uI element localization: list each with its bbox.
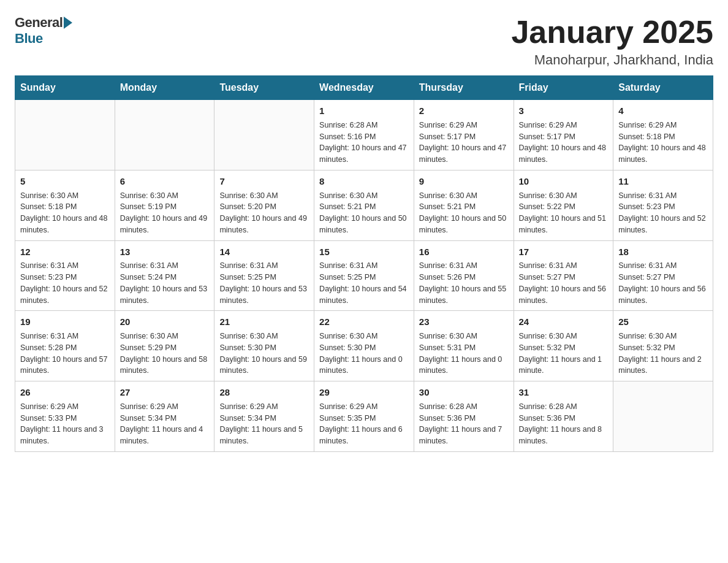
calendar-week-row: 26Sunrise: 6:29 AMSunset: 5:33 PMDayligh… — [15, 381, 713, 452]
calendar-cell: 21Sunrise: 6:30 AMSunset: 5:30 PMDayligh… — [214, 311, 314, 381]
day-info: Sunrise: 6:31 AMSunset: 5:25 PMDaylight:… — [219, 260, 309, 306]
page-header: General Blue January 2025 Manoharpur, Jh… — [15, 15, 713, 68]
calendar-cell: 11Sunrise: 6:31 AMSunset: 5:23 PMDayligh… — [613, 170, 713, 240]
day-number: 8 — [319, 175, 409, 188]
calendar-week-row: 1Sunrise: 6:28 AMSunset: 5:16 PMDaylight… — [15, 100, 713, 170]
day-number: 26 — [20, 386, 110, 399]
calendar-cell: 5Sunrise: 6:30 AMSunset: 5:18 PMDaylight… — [15, 170, 115, 240]
calendar-cell: 7Sunrise: 6:30 AMSunset: 5:20 PMDaylight… — [214, 170, 314, 240]
col-header-monday: Monday — [115, 76, 214, 100]
calendar-cell: 29Sunrise: 6:29 AMSunset: 5:35 PMDayligh… — [314, 381, 414, 452]
col-header-tuesday: Tuesday — [214, 76, 314, 100]
day-info: Sunrise: 6:28 AMSunset: 5:16 PMDaylight:… — [319, 120, 409, 166]
calendar-cell: 25Sunrise: 6:30 AMSunset: 5:32 PMDayligh… — [613, 311, 713, 381]
col-header-saturday: Saturday — [613, 76, 713, 100]
calendar-week-row: 5Sunrise: 6:30 AMSunset: 5:18 PMDaylight… — [15, 170, 713, 240]
day-number: 25 — [618, 315, 708, 329]
day-info: Sunrise: 6:30 AMSunset: 5:31 PMDaylight:… — [419, 331, 509, 377]
calendar-title: January 2025 — [511, 15, 713, 50]
day-info: Sunrise: 6:29 AMSunset: 5:35 PMDaylight:… — [319, 401, 409, 447]
day-number: 6 — [120, 175, 210, 188]
calendar-cell: 6Sunrise: 6:30 AMSunset: 5:19 PMDaylight… — [115, 170, 214, 240]
day-number: 5 — [20, 175, 110, 188]
day-number: 22 — [319, 315, 409, 329]
day-info: Sunrise: 6:31 AMSunset: 5:24 PMDaylight:… — [120, 260, 210, 306]
day-info: Sunrise: 6:30 AMSunset: 5:19 PMDaylight:… — [120, 190, 210, 236]
calendar-cell: 31Sunrise: 6:28 AMSunset: 5:36 PMDayligh… — [514, 381, 613, 452]
col-header-wednesday: Wednesday — [314, 76, 414, 100]
day-info: Sunrise: 6:29 AMSunset: 5:18 PMDaylight:… — [618, 120, 708, 166]
calendar-cell: 10Sunrise: 6:30 AMSunset: 5:22 PMDayligh… — [514, 170, 613, 240]
logo-block: General Blue — [15, 15, 74, 47]
calendar-header-row: SundayMondayTuesdayWednesdayThursdayFrid… — [15, 76, 713, 100]
calendar-cell: 9Sunrise: 6:30 AMSunset: 5:21 PMDaylight… — [414, 170, 514, 240]
calendar-week-row: 19Sunrise: 6:31 AMSunset: 5:28 PMDayligh… — [15, 311, 713, 381]
day-number: 28 — [219, 386, 309, 399]
day-info: Sunrise: 6:30 AMSunset: 5:32 PMDaylight:… — [519, 331, 609, 377]
day-info: Sunrise: 6:30 AMSunset: 5:30 PMDaylight:… — [319, 331, 409, 377]
calendar-cell: 4Sunrise: 6:29 AMSunset: 5:18 PMDaylight… — [613, 100, 713, 170]
calendar-cell: 23Sunrise: 6:30 AMSunset: 5:31 PMDayligh… — [414, 311, 514, 381]
logo-blue-line: Blue — [15, 31, 74, 47]
day-number: 10 — [519, 175, 609, 188]
calendar-cell: 15Sunrise: 6:31 AMSunset: 5:25 PMDayligh… — [314, 240, 414, 311]
calendar-cell: 19Sunrise: 6:31 AMSunset: 5:28 PMDayligh… — [15, 311, 115, 381]
day-number: 4 — [618, 104, 708, 118]
day-number: 23 — [419, 315, 509, 329]
logo-blue-text: Blue — [15, 31, 43, 46]
calendar-cell: 3Sunrise: 6:29 AMSunset: 5:17 PMDaylight… — [514, 100, 613, 170]
day-info: Sunrise: 6:31 AMSunset: 5:23 PMDaylight:… — [618, 190, 708, 236]
calendar-cell — [214, 100, 314, 170]
day-info: Sunrise: 6:31 AMSunset: 5:27 PMDaylight:… — [519, 260, 609, 306]
day-number: 12 — [20, 245, 110, 259]
calendar-cell — [15, 100, 115, 170]
col-header-thursday: Thursday — [414, 76, 514, 100]
calendar-subtitle: Manoharpur, Jharkhand, India — [511, 52, 713, 68]
calendar-cell: 26Sunrise: 6:29 AMSunset: 5:33 PMDayligh… — [15, 381, 115, 452]
day-info: Sunrise: 6:29 AMSunset: 5:17 PMDaylight:… — [419, 120, 509, 166]
calendar-cell — [613, 381, 713, 452]
calendar-cell: 12Sunrise: 6:31 AMSunset: 5:23 PMDayligh… — [15, 240, 115, 311]
day-info: Sunrise: 6:30 AMSunset: 5:21 PMDaylight:… — [419, 190, 509, 236]
day-info: Sunrise: 6:31 AMSunset: 5:26 PMDaylight:… — [419, 260, 509, 306]
day-info: Sunrise: 6:31 AMSunset: 5:25 PMDaylight:… — [319, 260, 409, 306]
calendar-cell: 24Sunrise: 6:30 AMSunset: 5:32 PMDayligh… — [514, 311, 613, 381]
day-info: Sunrise: 6:30 AMSunset: 5:29 PMDaylight:… — [120, 331, 210, 377]
day-info: Sunrise: 6:30 AMSunset: 5:22 PMDaylight:… — [519, 190, 609, 236]
calendar-table: SundayMondayTuesdayWednesdayThursdayFrid… — [15, 75, 713, 452]
day-info: Sunrise: 6:31 AMSunset: 5:27 PMDaylight:… — [618, 260, 708, 306]
day-info: Sunrise: 6:29 AMSunset: 5:34 PMDaylight:… — [120, 401, 210, 447]
day-number: 14 — [219, 245, 309, 259]
logo: General Blue — [15, 15, 74, 47]
calendar-cell: 2Sunrise: 6:29 AMSunset: 5:17 PMDaylight… — [414, 100, 514, 170]
day-number: 15 — [319, 245, 409, 259]
day-number: 19 — [20, 315, 110, 329]
day-number: 24 — [519, 315, 609, 329]
day-info: Sunrise: 6:29 AMSunset: 5:34 PMDaylight:… — [219, 401, 309, 447]
day-info: Sunrise: 6:29 AMSunset: 5:17 PMDaylight:… — [519, 120, 609, 166]
day-number: 27 — [120, 386, 210, 399]
calendar-cell: 16Sunrise: 6:31 AMSunset: 5:26 PMDayligh… — [414, 240, 514, 311]
calendar-cell: 20Sunrise: 6:30 AMSunset: 5:29 PMDayligh… — [115, 311, 214, 381]
day-number: 1 — [319, 104, 409, 118]
logo-arrow-icon — [64, 17, 72, 29]
day-info: Sunrise: 6:30 AMSunset: 5:20 PMDaylight:… — [219, 190, 309, 236]
day-number: 21 — [219, 315, 309, 329]
day-number: 16 — [419, 245, 509, 259]
day-number: 7 — [219, 175, 309, 188]
logo-line1: General — [15, 15, 74, 31]
day-info: Sunrise: 6:30 AMSunset: 5:18 PMDaylight:… — [20, 190, 110, 236]
calendar-cell: 14Sunrise: 6:31 AMSunset: 5:25 PMDayligh… — [214, 240, 314, 311]
calendar-cell: 28Sunrise: 6:29 AMSunset: 5:34 PMDayligh… — [214, 381, 314, 452]
calendar-cell: 22Sunrise: 6:30 AMSunset: 5:30 PMDayligh… — [314, 311, 414, 381]
calendar-cell — [115, 100, 214, 170]
day-info: Sunrise: 6:31 AMSunset: 5:28 PMDaylight:… — [20, 331, 110, 377]
day-number: 20 — [120, 315, 210, 329]
day-number: 9 — [419, 175, 509, 188]
day-number: 17 — [519, 245, 609, 259]
calendar-cell: 8Sunrise: 6:30 AMSunset: 5:21 PMDaylight… — [314, 170, 414, 240]
day-number: 2 — [419, 104, 509, 118]
day-number: 18 — [618, 245, 708, 259]
calendar-week-row: 12Sunrise: 6:31 AMSunset: 5:23 PMDayligh… — [15, 240, 713, 311]
calendar-cell: 17Sunrise: 6:31 AMSunset: 5:27 PMDayligh… — [514, 240, 613, 311]
